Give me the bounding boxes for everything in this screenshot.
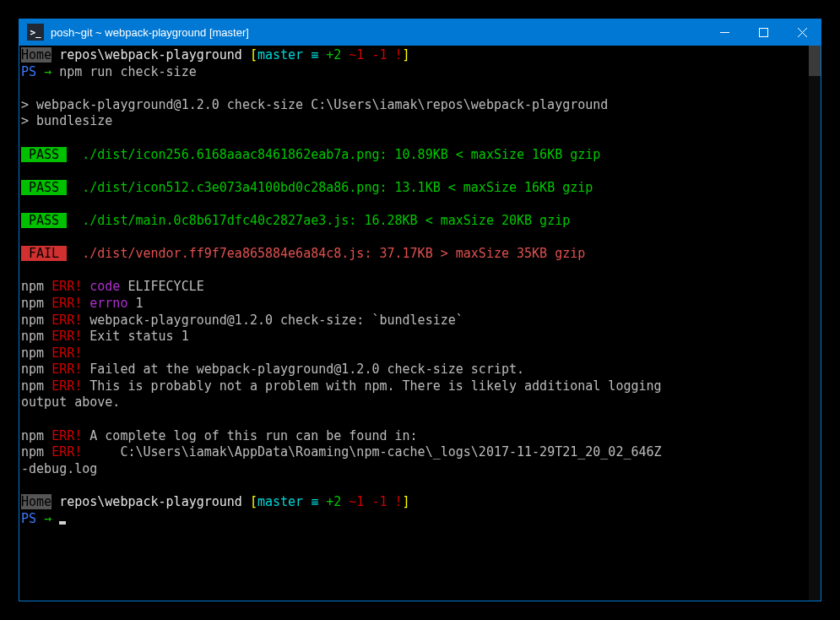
terminal-window: >_ posh~git ~ webpack-playground [master… — [19, 19, 821, 601]
prompt-plus: +2 — [318, 47, 341, 63]
result-line: ./dist/icon256.6168aaac8461862eab7a.png:… — [67, 147, 600, 162]
prompt-minus: -1 — [364, 47, 387, 63]
result-line: ./dist/main.0c8b617dfc40c2827ae3.js: 16.… — [67, 213, 570, 228]
window-controls — [705, 19, 821, 46]
err-label: ERR! — [51, 345, 82, 361]
err-text: errno — [82, 296, 127, 311]
prompt-minus: -1 — [364, 494, 387, 509]
err-text: C:\Users\iamak\AppData\Roaming\npm-cache… — [82, 444, 661, 460]
npm-label: npm — [21, 296, 51, 311]
npm-label: npm — [21, 279, 51, 294]
npm-label: npm — [21, 362, 51, 377]
prompt-path: repos\webpack-playground — [51, 47, 250, 63]
err-text: 1 — [127, 296, 143, 311]
prompt-eq: ≡ — [311, 494, 318, 509]
pass-badge: PASS — [21, 180, 67, 195]
prompt-tilde: ~1 — [341, 494, 364, 509]
command-text: npm run check-size — [51, 64, 197, 79]
err-text: This is probably not a problem with npm.… — [82, 378, 669, 394]
err-label: ERR! — [51, 279, 82, 294]
err-text: Exit status 1 — [82, 329, 188, 344]
minimize-icon — [720, 28, 729, 37]
prompt-branch: master — [257, 47, 311, 63]
prompt-home: Home — [21, 47, 51, 63]
window-title: posh~git ~ webpack-playground [master] — [51, 26, 705, 39]
npm-label: npm — [21, 428, 51, 443]
scrollbar-thumb[interactable] — [809, 46, 821, 76]
cursor — [59, 521, 66, 525]
result-line: ./dist/vendor.ff9f7ea865884e6a84c8.js: 3… — [67, 246, 585, 261]
err-label: ERR! — [51, 329, 82, 344]
err-text: code — [82, 279, 120, 294]
err-text: A complete log of this run can be found … — [82, 428, 417, 443]
prompt-plus: +2 — [318, 494, 341, 509]
err-label: ERR! — [51, 313, 82, 328]
ps-arrow: → — [36, 511, 51, 526]
err-text: Failed at the webpack-playground@1.2.0 c… — [82, 362, 524, 377]
prompt-rb: ] — [403, 494, 410, 509]
npm-label: npm — [21, 329, 51, 344]
client-area: Home repos\webpack-playground [master ≡ … — [19, 46, 821, 601]
result-line: ./dist/icon512.c3e073a4100bd0c28a86.png:… — [67, 180, 593, 195]
output-line: > webpack-playground@1.2.0 check-size C:… — [21, 97, 608, 112]
command-text — [51, 511, 59, 526]
output-line: > bundlesize — [21, 113, 112, 128]
close-icon — [798, 28, 807, 37]
ps-label: PS — [21, 511, 36, 526]
prompt-home: Home — [21, 494, 51, 509]
prompt-branch: master — [257, 494, 311, 509]
prompt-path: repos\webpack-playground — [51, 494, 250, 509]
err-label: ERR! — [51, 378, 82, 394]
err-label: ERR! — [51, 428, 82, 443]
prompt-lb: [ — [250, 494, 257, 509]
ps-arrow: → — [36, 64, 51, 79]
svg-rect-1 — [759, 28, 767, 36]
err-label: ERR! — [51, 296, 82, 311]
minimize-button[interactable] — [705, 19, 744, 46]
err-text: webpack-playground@1.2.0 check-size: `bu… — [82, 313, 463, 328]
ps-label: PS — [21, 64, 36, 79]
maximize-button[interactable] — [744, 19, 783, 46]
err-label: ERR! — [51, 444, 82, 460]
pass-badge: PASS — [21, 147, 67, 162]
npm-label: npm — [21, 345, 51, 361]
prompt-bang: ! — [387, 494, 403, 509]
err-label: ERR! — [51, 362, 82, 377]
fail-badge: FAIL — [21, 246, 67, 261]
npm-label: npm — [21, 378, 51, 394]
pass-badge: PASS — [21, 213, 67, 228]
app-icon: >_ — [27, 24, 44, 41]
err-text: output above. — [21, 394, 120, 410]
prompt-rb: ] — [403, 47, 410, 63]
maximize-icon — [759, 28, 768, 37]
prompt-tilde: ~1 — [341, 47, 364, 63]
npm-label: npm — [21, 444, 51, 460]
npm-label: npm — [21, 313, 51, 328]
terminal-output[interactable]: Home repos\webpack-playground [master ≡ … — [19, 46, 809, 601]
scrollbar[interactable] — [809, 46, 821, 601]
prompt-bang: ! — [387, 47, 403, 63]
prompt-lb: [ — [250, 47, 257, 63]
prompt-eq: ≡ — [311, 47, 318, 63]
close-button[interactable] — [783, 19, 821, 46]
titlebar[interactable]: >_ posh~git ~ webpack-playground [master… — [19, 19, 821, 46]
err-text: -debug.log — [21, 461, 97, 476]
err-text: ELIFECYCLE — [120, 279, 203, 294]
